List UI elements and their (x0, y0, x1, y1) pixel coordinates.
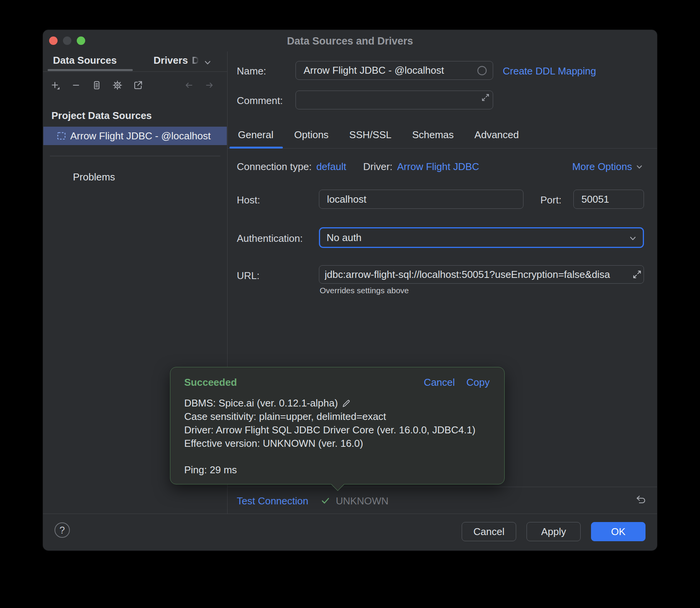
tab-general[interactable]: General (238, 129, 274, 141)
tab-options[interactable]: Options (294, 129, 329, 141)
comment-label: Comment: (237, 95, 283, 107)
help-button[interactable]: ? (54, 522, 70, 538)
test-connection-result-popup: Succeeded Cancel Copy DBMS: Spice.ai (ve… (170, 367, 505, 484)
port-label: Port: (540, 194, 561, 206)
connection-type-value-link[interactable]: default (316, 161, 346, 173)
sidebar-tab-data-sources[interactable]: Data Sources (53, 55, 117, 66)
connection-type-label: Connection type: (237, 161, 312, 173)
connection-type-row: Connection type: default Driver: Arrow F… (237, 161, 479, 173)
footer-divider (43, 514, 657, 514)
url-label: URL: (237, 270, 259, 282)
popup-case-sensitivity-line: Case sensitivity: plain=upper, delimited… (184, 410, 475, 423)
revert-undo-icon[interactable] (635, 494, 647, 506)
authentication-label: Authentication: (237, 233, 303, 245)
sidebar-tab-drivers[interactable]: Drivers (154, 55, 188, 66)
chevron-down-icon (635, 163, 644, 171)
connection-status-badge: Succeeded (184, 377, 237, 388)
sidebar-tabrow-divider (43, 71, 227, 72)
data-sources-dialog: Data Sources and Drivers Data Sources Dr… (43, 30, 657, 550)
progress-circle-icon (477, 65, 487, 76)
host-label: Host: (237, 194, 260, 206)
url-input[interactable]: jdbc:arrow-flight-sql://localhost:50051?… (319, 265, 644, 284)
driver-label: Driver: (363, 161, 393, 173)
popup-cancel-link[interactable]: Cancel (424, 377, 455, 388)
url-input-value: jdbc:arrow-flight-sql://localhost:50051?… (325, 269, 628, 281)
name-input[interactable]: Arrow Flight JDBC - @localhost (296, 61, 493, 80)
data-source-properties-gear-icon[interactable] (112, 80, 123, 91)
duplicate-data-source-button[interactable] (91, 80, 102, 91)
select-chevron-down-icon (628, 234, 637, 243)
export-data-source-icon[interactable] (133, 80, 144, 91)
tab-overflow-chevron-icon[interactable] (203, 58, 213, 68)
ok-button[interactable]: OK (591, 522, 646, 541)
back-arrow-icon[interactable] (183, 80, 194, 91)
data-source-icon (56, 131, 66, 141)
tab-advanced[interactable]: Advanced (474, 129, 519, 141)
edit-pencil-icon[interactable] (342, 399, 351, 408)
port-input[interactable]: 50051 (573, 190, 644, 209)
popup-callout-notch (331, 478, 344, 491)
comment-input[interactable] (296, 91, 493, 109)
host-input-value: localhost (327, 193, 367, 205)
name-label: Name: (237, 65, 266, 77)
active-tab-underline (229, 147, 283, 149)
popup-dbms-line: DBMS: Spice.ai (ver. 0.12.1-alpha) (184, 397, 338, 410)
more-options-dropdown[interactable]: More Options (572, 161, 644, 173)
port-input-value: 50051 (581, 193, 609, 205)
driver-value-link[interactable]: Arrow Flight JDBC (397, 161, 479, 173)
settings-tabs: General Options SSH/SSL Schemas Advanced (238, 129, 519, 141)
remove-data-source-button[interactable] (71, 80, 81, 91)
add-data-source-button[interactable] (50, 80, 61, 91)
tab-ssh-ssl[interactable]: SSH/SSL (349, 129, 391, 141)
popup-effective-version-line: Effective version: UNKNOWN (ver. 16.0) (184, 437, 475, 450)
data-source-list-item-selected[interactable]: Arrow Flight JDBC - @localhost (43, 127, 227, 145)
forward-arrow-icon[interactable] (204, 80, 215, 91)
cancel-button[interactable]: Cancel (462, 522, 516, 541)
sidebar-item-problems[interactable]: Problems (73, 171, 115, 183)
authentication-select[interactable]: No auth (319, 227, 644, 248)
url-hint-text: Overrides settings above (320, 286, 409, 295)
popup-ping-line: Ping: 29 ms (184, 463, 475, 477)
success-check-icon (320, 496, 330, 506)
tab-schemas[interactable]: Schemas (412, 129, 454, 141)
authentication-value: No auth (327, 232, 362, 244)
create-ddl-mapping-link[interactable]: Create DDL Mapping (503, 65, 596, 77)
dialog-title: Data Sources and Drivers (43, 35, 657, 47)
host-input[interactable]: localhost (319, 190, 523, 209)
test-row-divider (228, 487, 657, 487)
tabs-divider (228, 148, 657, 149)
apply-button[interactable]: Apply (527, 522, 581, 541)
test-result-text: UNKNOWN (336, 495, 388, 507)
sidebar-tab-underline (48, 69, 133, 71)
test-connection-link[interactable]: Test Connection (237, 495, 308, 507)
data-source-item-label: Arrow Flight JDBC - @localhost (70, 130, 211, 142)
expand-url-icon[interactable] (632, 270, 642, 279)
popup-copy-link[interactable]: Copy (466, 377, 490, 388)
popup-driver-line: Driver: Arrow Flight SQL JDBC Driver Cor… (184, 423, 475, 437)
sidebar-tab-ddl-truncated[interactable]: D (192, 55, 199, 66)
sidebar-separator (50, 156, 220, 156)
expand-comment-icon[interactable] (481, 93, 490, 102)
more-options-label: More Options (572, 161, 632, 173)
project-data-sources-heading: Project Data Sources (51, 110, 152, 122)
name-input-value: Arrow Flight JDBC - @localhost (304, 64, 444, 76)
